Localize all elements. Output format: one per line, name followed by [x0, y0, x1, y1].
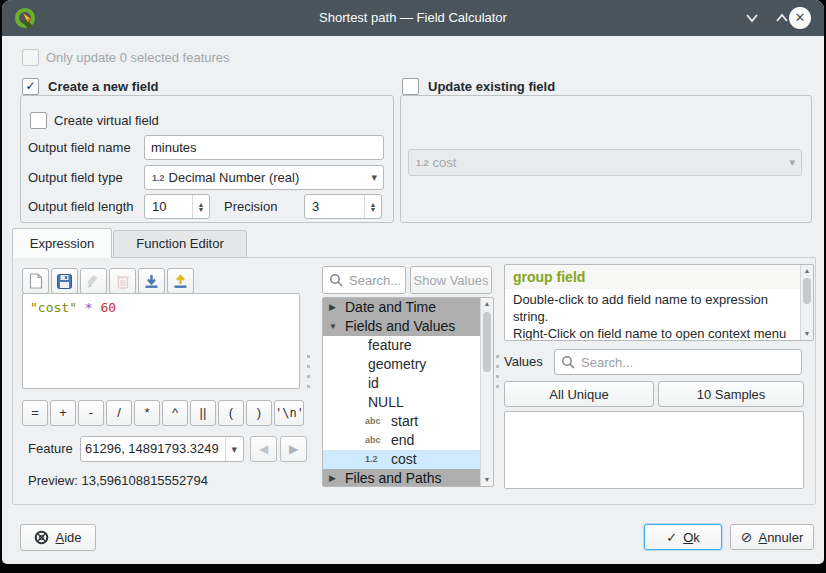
tab-expression[interactable]: Expression	[12, 228, 112, 258]
edit-expression-button	[80, 268, 107, 294]
tree-scrollbar[interactable]: ▲ ▼	[480, 298, 493, 486]
tree-group-files-and-paths[interactable]: ▶ Files and Paths	[323, 469, 493, 487]
show-values-label: Show Values	[414, 273, 489, 288]
decimal-type-icon: 1.2	[152, 173, 165, 183]
decimal-type-icon: 1.2	[416, 158, 429, 168]
feature-value: 61296, 14891793.3249	[85, 437, 219, 461]
search-icon	[329, 273, 343, 287]
trash-icon	[116, 274, 130, 289]
help-button[interactable]: Aide	[20, 524, 96, 551]
tree-item-start[interactable]: abc start	[323, 412, 493, 431]
help-button-label: Aide	[55, 530, 81, 545]
maximize-window-icon[interactable]	[774, 12, 790, 24]
shade-window-icon[interactable]	[744, 12, 760, 24]
only-update-checkbox	[22, 49, 39, 66]
values-list[interactable]	[504, 411, 804, 489]
existing-field-combo: 1.2cost ▾	[408, 149, 802, 176]
tree-collapsed-icon[interactable]: ▶	[329, 298, 336, 317]
import-expressions-button[interactable]	[138, 268, 165, 294]
output-field-length-value: 10	[152, 195, 166, 218]
tree-expanded-icon[interactable]: ▼	[329, 317, 337, 336]
tree-item-null[interactable]: NULL	[323, 393, 493, 412]
output-field-type-label: Output field type	[28, 165, 123, 190]
output-field-type-value: Decimal Number (real)	[169, 170, 300, 185]
tree-item-cost[interactable]: 1.2 cost	[323, 450, 493, 469]
new-file-icon	[29, 273, 43, 289]
only-update-label: Only update 0 selected features	[46, 49, 230, 66]
create-new-field-checkbox[interactable]: ✓	[22, 78, 39, 95]
existing-field-value: cost	[433, 155, 457, 170]
cancel-button-label: Annuler	[758, 530, 803, 545]
save-expression-button[interactable]	[51, 268, 78, 294]
ok-button-label: Ok	[683, 530, 700, 545]
next-feature-button[interactable]: ▶	[280, 436, 307, 462]
values-search-box[interactable]	[554, 349, 802, 375]
tree-group-date-and-time[interactable]: ▶ Date and Time	[323, 298, 493, 317]
help-line1: Double-click to add field name to expres…	[513, 291, 793, 325]
operator-newline-button[interactable]: '\n'	[274, 400, 304, 426]
title-bar[interactable]: Shortest path — Field Calculator ✕	[2, 0, 824, 36]
operator-equals-button[interactable]: =	[22, 400, 48, 426]
splitter-right[interactable]	[496, 355, 499, 393]
function-search-input[interactable]	[347, 268, 403, 292]
chevron-down-icon: ▾	[225, 437, 237, 461]
show-values-button: Show Values	[410, 266, 492, 294]
operator-open-paren-button[interactable]: (	[218, 400, 244, 426]
scroll-up-icon[interactable]: ▲	[481, 298, 493, 310]
help-scrollbar[interactable]: ▲ ▼	[800, 265, 813, 340]
pencil-icon	[86, 274, 101, 289]
delete-expression-button	[109, 268, 136, 294]
help-panel: group field Double-click to add field na…	[504, 264, 814, 341]
all-unique-label: All Unique	[549, 387, 608, 402]
expression-editor[interactable]: "cost" * 60	[22, 293, 300, 389]
update-existing-field-label: Update existing field	[428, 78, 555, 95]
values-search-input[interactable]	[579, 351, 799, 373]
tree-item-id[interactable]: id	[323, 374, 493, 393]
operator-minus-button[interactable]: -	[78, 400, 104, 426]
output-field-type-combo[interactable]: 1.2Decimal Number (real) ▾	[144, 165, 384, 190]
tree-item-end[interactable]: abc end	[323, 431, 493, 450]
operator-plus-button[interactable]: +	[50, 400, 76, 426]
operator-power-button[interactable]: ^	[162, 400, 188, 426]
previous-feature-button: ◀	[250, 436, 277, 462]
operator-concat-button[interactable]: ||	[190, 400, 216, 426]
preview-text: Preview: 13,596108815552794	[28, 468, 208, 493]
update-existing-field-checkbox[interactable]	[402, 78, 419, 95]
feature-combo[interactable]: 61296, 14891793.3249 ▾	[80, 436, 244, 462]
operator-multiply-button[interactable]: *	[134, 400, 160, 426]
spin-down-icon[interactable]: ▼	[370, 207, 377, 212]
cancel-button[interactable]: ⊘ Annuler	[730, 524, 814, 550]
expression-operator-token: *	[85, 300, 93, 315]
precision-spinner[interactable]: 3 ▲▼	[304, 194, 382, 219]
function-search-box[interactable]	[322, 266, 406, 294]
function-tree[interactable]: ▶ Date and Time ▼ Fields and Values feat…	[322, 297, 494, 487]
tab-function-editor[interactable]: Function Editor	[113, 230, 247, 258]
ok-button[interactable]: ✓ Ok	[644, 524, 722, 550]
output-field-name-label: Output field name	[28, 135, 131, 160]
chevron-down-icon: ▾	[371, 166, 377, 189]
values-label: Values	[504, 349, 543, 375]
close-window-icon[interactable]: ✕	[789, 7, 811, 29]
tree-item-feature[interactable]: feature	[323, 336, 493, 355]
export-expressions-button[interactable]	[167, 268, 194, 294]
output-field-length-label: Output field length	[28, 194, 134, 219]
expression-number-token: 60	[100, 300, 116, 315]
spin-down-icon[interactable]: ▼	[198, 207, 205, 212]
output-field-name-input[interactable]	[144, 135, 384, 160]
tree-item-geometry[interactable]: geometry	[323, 355, 493, 374]
output-field-length-spinner[interactable]: 10 ▲▼	[144, 194, 210, 219]
check-icon: ✓	[666, 530, 677, 545]
tree-group-fields-and-values[interactable]: ▼ Fields and Values	[323, 317, 493, 336]
scroll-up-icon[interactable]: ▲	[801, 265, 813, 277]
create-virtual-field-checkbox[interactable]	[30, 112, 47, 129]
tree-collapsed-icon[interactable]: ▶	[329, 469, 336, 487]
all-unique-button[interactable]: All Unique	[504, 381, 654, 407]
splitter-left[interactable]	[307, 355, 310, 393]
create-new-field-label: Create a new field	[48, 78, 159, 95]
scroll-down-icon[interactable]: ▼	[481, 474, 493, 486]
operator-close-paren-button[interactable]: )	[246, 400, 272, 426]
scroll-down-icon[interactable]: ▼	[801, 328, 813, 340]
new-expression-button[interactable]	[22, 268, 49, 294]
ten-samples-button[interactable]: 10 Samples	[658, 381, 804, 407]
operator-divide-button[interactable]: /	[106, 400, 132, 426]
